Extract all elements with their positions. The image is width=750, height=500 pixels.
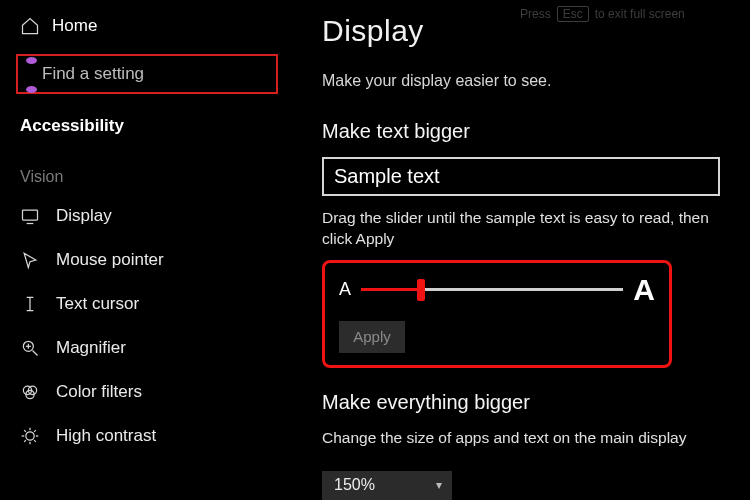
help-text-text-bigger: Drag the slider until the sample text is…: [322, 208, 722, 250]
search-box[interactable]: [16, 54, 278, 94]
fs-hint-key: Esc: [557, 6, 589, 22]
sidebar-home-label: Home: [52, 16, 97, 36]
sidebar-item-text-cursor[interactable]: Text cursor: [0, 284, 294, 324]
sidebar-item-label: Magnifier: [56, 338, 126, 358]
text-size-slider[interactable]: [361, 288, 623, 291]
sidebar-item-label: High contrast: [56, 426, 156, 446]
color-filters-icon: [20, 382, 40, 402]
home-icon: [20, 16, 40, 36]
sidebar-item-color-filters[interactable]: Color filters: [0, 372, 294, 412]
chevron-down-icon: ▾: [436, 478, 442, 492]
sidebar-item-label: Color filters: [56, 382, 142, 402]
help-text-everything-bigger: Change the size of apps and text on the …: [322, 428, 722, 449]
text-caret-icon: [30, 62, 33, 88]
sidebar-item-label: Mouse pointer: [56, 250, 164, 270]
svg-line-18: [34, 440, 36, 442]
section-heading-everything-bigger: Make everything bigger: [322, 391, 722, 414]
sidebar-item-display[interactable]: Display: [0, 196, 294, 236]
slider-label-small-a: A: [339, 279, 351, 300]
apply-button[interactable]: Apply: [339, 321, 405, 353]
sample-text-box: Sample text: [322, 157, 720, 196]
sidebar-item-high-contrast[interactable]: High contrast: [0, 416, 294, 456]
sidebar-group-label: Vision: [0, 150, 294, 192]
fs-hint-post: to exit full screen: [595, 7, 685, 21]
slider-label-large-a: A: [633, 273, 655, 307]
svg-rect-2: [23, 210, 38, 220]
high-contrast-icon: [20, 426, 40, 446]
sidebar-item-mouse-pointer[interactable]: Mouse pointer: [0, 240, 294, 280]
sidebar-item-magnifier[interactable]: Magnifier: [0, 328, 294, 368]
svg-line-19: [24, 440, 26, 442]
main-content: Display Make your display easier to see.…: [294, 0, 750, 500]
magnifier-icon: [20, 338, 40, 358]
sidebar-home[interactable]: Home: [0, 10, 294, 42]
sidebar-section-title: Accessibility: [0, 108, 294, 146]
mouse-pointer-icon: [20, 250, 40, 270]
slider-fill: [361, 288, 421, 291]
display-icon: [20, 206, 40, 226]
fs-hint-pre: Press: [520, 7, 551, 21]
svg-line-6: [33, 351, 38, 356]
svg-line-20: [34, 430, 36, 432]
svg-point-12: [26, 432, 34, 440]
sidebar-item-label: Display: [56, 206, 112, 226]
scale-dropdown[interactable]: 150% ▾: [322, 471, 452, 500]
sidebar-item-label: Text cursor: [56, 294, 139, 314]
text-cursor-icon: [20, 294, 40, 314]
text-size-slider-row: A A: [339, 273, 655, 307]
svg-line-17: [24, 430, 26, 432]
page-subtitle: Make your display easier to see.: [322, 72, 722, 90]
text-size-control-group: A A Apply: [322, 260, 672, 368]
search-input[interactable]: [28, 64, 266, 84]
section-heading-text-bigger: Make text bigger: [322, 120, 722, 143]
sidebar: Home Accessibility Vision Display Mouse …: [0, 0, 294, 500]
slider-thumb[interactable]: [417, 279, 425, 301]
scale-dropdown-value: 150%: [334, 476, 375, 494]
fullscreen-hint: Press Esc to exit full screen: [520, 6, 685, 22]
